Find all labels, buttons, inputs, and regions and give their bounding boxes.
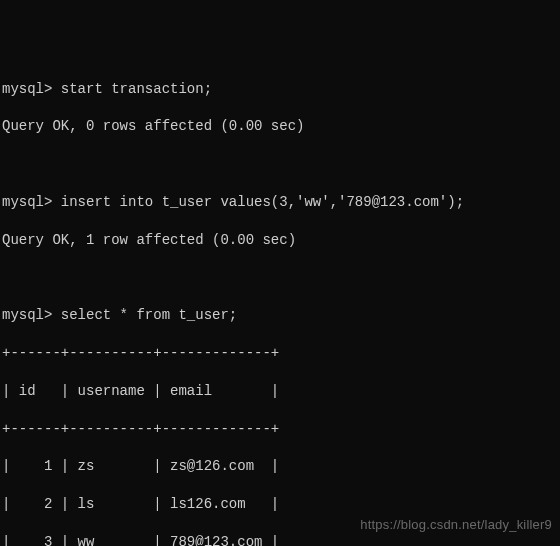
table-header: | id | username | email | bbox=[2, 382, 558, 401]
blank-line bbox=[2, 268, 558, 287]
watermark-text: https://blog.csdn.net/lady_killer9 bbox=[360, 516, 552, 534]
blank-line bbox=[2, 155, 558, 174]
mysql-prompt: mysql> bbox=[2, 307, 61, 323]
table-border: +------+----------+-------------+ bbox=[2, 420, 558, 439]
query-response: Query OK, 0 rows affected (0.00 sec) bbox=[2, 117, 558, 136]
command-text: select * from t_user; bbox=[61, 307, 237, 323]
terminal-line: mysql> select * from t_user; bbox=[2, 306, 558, 325]
table-row: | 1 | zs | zs@126.com | bbox=[2, 457, 558, 476]
table-border: +------+----------+-------------+ bbox=[2, 344, 558, 363]
table-row: | 3 | ww | 789@123.com | bbox=[2, 533, 558, 546]
table-row: | 2 | ls | ls126.com | bbox=[2, 495, 558, 514]
command-text: insert into t_user values(3,'ww','789@12… bbox=[61, 194, 464, 210]
query-response: Query OK, 1 row affected (0.00 sec) bbox=[2, 231, 558, 250]
terminal-line: mysql> insert into t_user values(3,'ww',… bbox=[2, 193, 558, 212]
terminal-line: mysql> start transaction; bbox=[2, 80, 558, 99]
mysql-prompt: mysql> bbox=[2, 81, 61, 97]
command-text: start transaction; bbox=[61, 81, 212, 97]
mysql-prompt: mysql> bbox=[2, 194, 61, 210]
